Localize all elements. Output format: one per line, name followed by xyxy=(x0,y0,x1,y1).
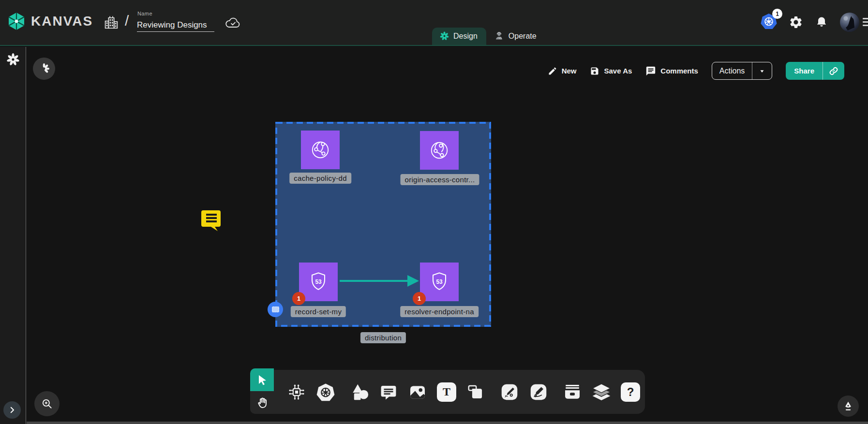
tool-dock: T xyxy=(274,370,645,414)
design-name-label: Name xyxy=(137,11,152,16)
operate-headset-icon xyxy=(494,31,504,41)
avatar-figure-icon xyxy=(840,13,859,32)
select-tool[interactable] xyxy=(250,368,274,391)
breadcrumb-separator: / xyxy=(125,13,129,29)
canvas-quick-actions-button[interactable] xyxy=(33,58,55,80)
meshery-spiral-icon[interactable] xyxy=(6,53,20,66)
zoom-in-button[interactable] xyxy=(34,391,60,416)
left-sidebar xyxy=(0,47,26,424)
image-icon xyxy=(408,382,427,402)
tab-design-label: Design xyxy=(453,32,478,41)
dock-group-library: ? xyxy=(555,382,647,402)
horizontal-scrollbar[interactable] xyxy=(27,422,868,424)
design-name-input[interactable] xyxy=(137,18,214,32)
user-avatar[interactable] xyxy=(840,13,859,32)
node-resolver-endpoint[interactable]: 53 xyxy=(420,263,459,301)
actions-split-button[interactable]: Actions xyxy=(712,62,772,80)
chip-circuit-icon xyxy=(287,383,306,401)
dock-group-infrastructure xyxy=(280,382,343,402)
design-spiral-icon xyxy=(440,31,449,41)
notifications-bell-icon[interactable] xyxy=(815,15,828,29)
dock-group-annotation: T xyxy=(343,382,493,402)
comment-tool[interactable] xyxy=(378,382,399,402)
node-label-origin-access-control[interactable]: origin-access-contr... xyxy=(401,174,479,185)
shapes-icon xyxy=(350,382,369,402)
group-select-handle[interactable] xyxy=(268,302,283,317)
cloudfront-globe-icon xyxy=(427,138,452,163)
node-record-set-badge: 1 xyxy=(292,292,305,305)
comment-marker[interactable] xyxy=(200,209,222,232)
tab-operate[interactable]: Operate xyxy=(486,28,545,45)
caret-down-icon xyxy=(759,68,765,74)
tab-design[interactable]: Design xyxy=(432,28,486,45)
kubernetes-tool[interactable] xyxy=(315,382,336,402)
cursor-arrow-icon xyxy=(256,374,268,386)
new-button[interactable]: New xyxy=(548,66,577,76)
app-header: KANVAS / Name xyxy=(0,0,868,46)
components-tool[interactable] xyxy=(286,382,307,402)
comments-label: Comments xyxy=(660,67,698,75)
kubernetes-context-button[interactable]: 1 xyxy=(761,13,777,31)
note-card-icon xyxy=(466,383,485,401)
shapes-tool[interactable] xyxy=(349,382,370,402)
edge-arrowhead xyxy=(407,275,419,287)
svg-text:53: 53 xyxy=(436,278,443,285)
text-tool[interactable]: T xyxy=(436,382,457,402)
pen-nib-icon xyxy=(843,401,853,411)
copy-link-button[interactable] xyxy=(823,62,844,80)
note-card-tool[interactable] xyxy=(465,382,486,402)
image-tool[interactable] xyxy=(407,382,428,402)
save-as-label: Save As xyxy=(604,67,632,75)
brand[interactable]: KANVAS xyxy=(7,12,93,31)
kubernetes-count-badge: 1 xyxy=(772,9,782,19)
canvas-action-row: New Save As Comments Actions Share xyxy=(548,62,844,80)
brand-wordmark: KANVAS xyxy=(31,14,93,29)
node-label-resolver-endpoint[interactable]: resolver-endpoint-na xyxy=(400,306,479,317)
pan-tool[interactable] xyxy=(250,391,274,414)
sidebar-expand-button[interactable] xyxy=(3,401,21,419)
route53-shield-icon: 53 xyxy=(427,269,452,294)
pen-path-icon xyxy=(500,382,519,402)
route53-shield-icon: 53 xyxy=(306,269,331,294)
organization-icon[interactable] xyxy=(103,14,120,31)
layers-tool[interactable] xyxy=(591,382,612,402)
comments-bubble-icon xyxy=(645,66,656,76)
new-label: New xyxy=(562,67,577,75)
comment-marker-icon xyxy=(200,209,222,232)
node-record-set[interactable]: 53 xyxy=(299,263,338,301)
save-as-button[interactable]: Save As xyxy=(590,66,632,76)
chevron-right-icon xyxy=(8,406,16,414)
actions-dropdown-toggle[interactable] xyxy=(752,62,772,79)
hand-icon xyxy=(256,397,268,409)
header-right-controls: 1 xyxy=(761,13,859,32)
node-label-record-set[interactable]: record-set-my xyxy=(291,306,346,317)
designs-drawer-tool[interactable] xyxy=(562,382,583,402)
help-tool[interactable]: ? xyxy=(620,382,641,402)
group-label-distribution[interactable]: distribution xyxy=(360,332,406,343)
actions-label: Actions xyxy=(712,62,752,79)
menu-hamburger-icon[interactable] xyxy=(863,18,868,26)
freehand-draw-tool[interactable] xyxy=(528,382,549,402)
pen-mode-button[interactable] xyxy=(838,395,859,417)
share-split-button[interactable]: Share xyxy=(786,62,844,80)
flower-gear-icon xyxy=(38,63,50,74)
cloud-save-status-icon xyxy=(224,15,242,30)
tab-operate-label: Operate xyxy=(509,32,537,41)
node-cache-policy[interactable] xyxy=(301,131,340,169)
new-pencil-icon xyxy=(548,66,557,76)
help-glyph: ? xyxy=(627,385,634,399)
comments-button[interactable]: Comments xyxy=(645,66,698,76)
cloudfront-globe-icon xyxy=(308,137,333,162)
comment-bubble-icon xyxy=(379,383,398,401)
archive-drawer-icon xyxy=(563,382,582,402)
kanvas-logo-icon xyxy=(7,12,26,31)
svg-text:53: 53 xyxy=(315,278,322,285)
node-label-cache-policy[interactable]: cache-policy-dd xyxy=(289,173,351,184)
settings-gear-icon[interactable] xyxy=(789,15,803,29)
node-origin-access-control[interactable] xyxy=(420,131,459,170)
share-label: Share xyxy=(786,62,823,80)
mode-tabs: Design Operate xyxy=(432,28,545,45)
node-resolver-endpoint-badge: 1 xyxy=(413,292,426,305)
pen-path-tool[interactable] xyxy=(499,382,520,402)
magnifier-plus-icon xyxy=(41,397,53,410)
